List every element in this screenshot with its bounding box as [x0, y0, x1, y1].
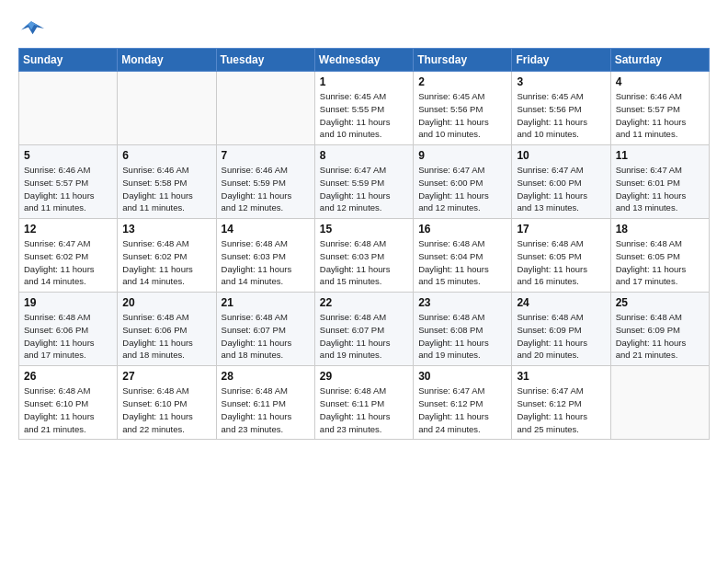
day-number: 13 [122, 223, 210, 236]
day-info: Sunrise: 6:48 AMSunset: 6:11 PMDaylight:… [222, 385, 310, 435]
day-number: 11 [616, 149, 704, 162]
day-number: 15 [320, 223, 408, 236]
day-info: Sunrise: 6:48 AMSunset: 6:07 PMDaylight:… [222, 311, 310, 362]
day-info: Sunrise: 6:47 AMSunset: 6:02 PMDaylight:… [24, 237, 112, 288]
calendar-cell: 9Sunrise: 6:47 AMSunset: 6:00 PMDaylight… [414, 145, 512, 219]
day-info: Sunrise: 6:46 AMSunset: 5:57 PMDaylight:… [616, 90, 704, 141]
calendar-cell: 26Sunrise: 6:48 AMSunset: 6:10 PMDayligh… [19, 366, 118, 440]
day-number: 1 [320, 75, 408, 88]
calendar-cell: 21Sunrise: 6:48 AMSunset: 6:07 PMDayligh… [216, 293, 314, 366]
day-number: 9 [418, 149, 506, 162]
calendar-cell: 28Sunrise: 6:48 AMSunset: 6:11 PMDayligh… [216, 366, 314, 440]
day-number: 14 [222, 223, 310, 236]
week-row-4: 19Sunrise: 6:48 AMSunset: 6:06 PMDayligh… [19, 293, 710, 366]
calendar-cell [216, 72, 314, 145]
weekday-header-thursday: Thursday [414, 49, 512, 72]
calendar-cell: 19Sunrise: 6:48 AMSunset: 6:06 PMDayligh… [19, 293, 118, 366]
day-number: 4 [616, 75, 704, 88]
day-info: Sunrise: 6:48 AMSunset: 6:10 PMDaylight:… [122, 385, 210, 435]
calendar-cell: 14Sunrise: 6:48 AMSunset: 6:03 PMDayligh… [216, 219, 314, 293]
day-number: 18 [616, 223, 704, 236]
day-info: Sunrise: 6:46 AMSunset: 5:57 PMDaylight:… [24, 164, 112, 214]
day-info: Sunrise: 6:48 AMSunset: 6:04 PMDaylight:… [418, 237, 506, 288]
day-info: Sunrise: 6:48 AMSunset: 6:10 PMDaylight:… [24, 385, 112, 435]
day-info: Sunrise: 6:48 AMSunset: 6:03 PMDaylight:… [222, 237, 310, 288]
calendar-cell: 29Sunrise: 6:48 AMSunset: 6:11 PMDayligh… [314, 366, 413, 440]
day-info: Sunrise: 6:47 AMSunset: 6:01 PMDaylight:… [616, 164, 704, 214]
day-number: 27 [122, 370, 210, 383]
calendar-cell: 2Sunrise: 6:45 AMSunset: 5:56 PMDaylight… [414, 72, 512, 145]
calendar-cell: 4Sunrise: 6:46 AMSunset: 5:57 PMDaylight… [610, 72, 709, 145]
week-row-3: 12Sunrise: 6:47 AMSunset: 6:02 PMDayligh… [19, 219, 710, 293]
calendar-cell: 18Sunrise: 6:48 AMSunset: 6:05 PMDayligh… [610, 219, 709, 293]
calendar-cell: 20Sunrise: 6:48 AMSunset: 6:06 PMDayligh… [118, 293, 216, 366]
day-number: 23 [418, 296, 506, 309]
calendar-cell: 24Sunrise: 6:48 AMSunset: 6:09 PMDayligh… [512, 293, 610, 366]
calendar-cell: 6Sunrise: 6:46 AMSunset: 5:58 PMDaylight… [118, 145, 216, 219]
day-info: Sunrise: 6:48 AMSunset: 6:05 PMDaylight:… [517, 237, 605, 288]
weekday-header-row: SundayMondayTuesdayWednesdayThursdayFrid… [19, 49, 710, 72]
calendar-table: SundayMondayTuesdayWednesdayThursdayFrid… [18, 48, 710, 440]
calendar-cell: 27Sunrise: 6:48 AMSunset: 6:10 PMDayligh… [118, 366, 216, 440]
calendar-cell: 23Sunrise: 6:48 AMSunset: 6:08 PMDayligh… [414, 293, 512, 366]
day-number: 16 [418, 223, 506, 236]
logo [18, 18, 48, 39]
calendar-cell: 3Sunrise: 6:45 AMSunset: 5:56 PMDaylight… [512, 72, 610, 145]
week-row-5: 26Sunrise: 6:48 AMSunset: 6:10 PMDayligh… [19, 366, 710, 440]
day-number: 19 [24, 296, 112, 309]
day-info: Sunrise: 6:46 AMSunset: 5:58 PMDaylight:… [122, 164, 210, 214]
week-row-1: 1Sunrise: 6:45 AMSunset: 5:55 PMDaylight… [19, 72, 710, 145]
day-number: 6 [122, 149, 210, 162]
day-number: 17 [517, 223, 605, 236]
day-info: Sunrise: 6:48 AMSunset: 6:03 PMDaylight:… [320, 237, 408, 288]
logo-icon [18, 18, 44, 39]
day-info: Sunrise: 6:48 AMSunset: 6:06 PMDaylight:… [24, 311, 112, 362]
day-info: Sunrise: 6:48 AMSunset: 6:05 PMDaylight:… [616, 237, 704, 288]
day-info: Sunrise: 6:48 AMSunset: 6:07 PMDaylight:… [320, 311, 408, 362]
weekday-header-sunday: Sunday [19, 49, 118, 72]
weekday-header-friday: Friday [512, 49, 610, 72]
calendar-cell: 15Sunrise: 6:48 AMSunset: 6:03 PMDayligh… [314, 219, 413, 293]
weekday-header-tuesday: Tuesday [216, 49, 314, 72]
day-number: 22 [320, 296, 408, 309]
day-number: 30 [418, 370, 506, 383]
calendar-cell: 25Sunrise: 6:48 AMSunset: 6:09 PMDayligh… [610, 293, 709, 366]
calendar-cell: 8Sunrise: 6:47 AMSunset: 5:59 PMDaylight… [314, 145, 413, 219]
day-info: Sunrise: 6:45 AMSunset: 5:56 PMDaylight:… [418, 90, 506, 141]
day-info: Sunrise: 6:48 AMSunset: 6:08 PMDaylight:… [418, 311, 506, 362]
day-info: Sunrise: 6:47 AMSunset: 6:00 PMDaylight:… [517, 164, 605, 214]
calendar-cell: 16Sunrise: 6:48 AMSunset: 6:04 PMDayligh… [414, 219, 512, 293]
day-number: 2 [418, 75, 506, 88]
week-row-2: 5Sunrise: 6:46 AMSunset: 5:57 PMDaylight… [19, 145, 710, 219]
day-info: Sunrise: 6:47 AMSunset: 6:00 PMDaylight:… [418, 164, 506, 214]
calendar-cell: 31Sunrise: 6:47 AMSunset: 6:12 PMDayligh… [512, 366, 610, 440]
day-number: 28 [222, 370, 310, 383]
calendar-cell: 10Sunrise: 6:47 AMSunset: 6:00 PMDayligh… [512, 145, 610, 219]
day-number: 20 [122, 296, 210, 309]
day-number: 31 [517, 370, 605, 383]
calendar-cell: 1Sunrise: 6:45 AMSunset: 5:55 PMDaylight… [314, 72, 413, 145]
calendar-cell: 5Sunrise: 6:46 AMSunset: 5:57 PMDaylight… [19, 145, 118, 219]
calendar-cell [118, 72, 216, 145]
day-info: Sunrise: 6:47 AMSunset: 5:59 PMDaylight:… [320, 164, 408, 214]
calendar-cell: 17Sunrise: 6:48 AMSunset: 6:05 PMDayligh… [512, 219, 610, 293]
page: SundayMondayTuesdayWednesdayThursdayFrid… [0, 0, 728, 563]
weekday-header-saturday: Saturday [610, 49, 709, 72]
day-number: 3 [517, 75, 605, 88]
day-number: 7 [222, 149, 310, 162]
header [18, 15, 710, 39]
day-number: 25 [616, 296, 704, 309]
day-info: Sunrise: 6:48 AMSunset: 6:11 PMDaylight:… [320, 385, 408, 435]
day-number: 24 [517, 296, 605, 309]
day-info: Sunrise: 6:45 AMSunset: 5:56 PMDaylight:… [517, 90, 605, 141]
calendar-cell: 22Sunrise: 6:48 AMSunset: 6:07 PMDayligh… [314, 293, 413, 366]
day-number: 8 [320, 149, 408, 162]
weekday-header-wednesday: Wednesday [314, 49, 413, 72]
calendar-cell: 13Sunrise: 6:48 AMSunset: 6:02 PMDayligh… [118, 219, 216, 293]
day-info: Sunrise: 6:48 AMSunset: 6:09 PMDaylight:… [517, 311, 605, 362]
day-info: Sunrise: 6:47 AMSunset: 6:12 PMDaylight:… [418, 385, 506, 435]
day-number: 10 [517, 149, 605, 162]
day-info: Sunrise: 6:48 AMSunset: 6:02 PMDaylight:… [122, 237, 210, 288]
day-number: 26 [24, 370, 112, 383]
day-number: 5 [24, 149, 112, 162]
